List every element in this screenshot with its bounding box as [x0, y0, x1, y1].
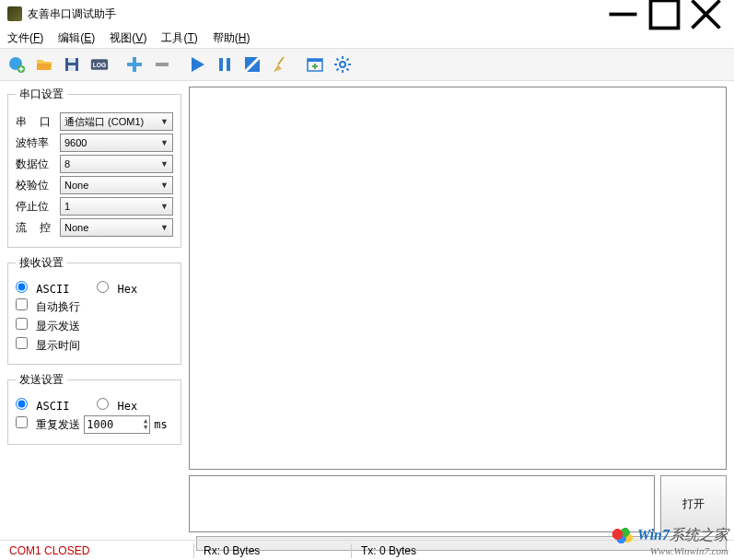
open-port-button[interactable]: 打开 [660, 475, 727, 532]
menu-tools[interactable]: 工具(T) [157, 29, 201, 48]
titlebar: 友善串口调试助手 [0, 0, 734, 28]
svg-rect-15 [156, 63, 169, 66]
svg-line-32 [346, 68, 348, 70]
plus-icon [125, 55, 144, 74]
svg-point-26 [340, 62, 345, 67]
right-panel: 打开 [189, 81, 734, 532]
recv-showsend-check[interactable]: 显示发送 [16, 318, 80, 334]
svg-rect-18 [227, 58, 230, 71]
toolbar-remove[interactable] [149, 52, 175, 77]
toolbar-pause[interactable] [212, 52, 238, 77]
toolbar-save[interactable] [59, 52, 85, 77]
globe-plus-icon [7, 55, 26, 74]
recv-showtime-check[interactable]: 显示时间 [16, 337, 80, 354]
minus-icon [153, 55, 171, 74]
content: 串口设置 串 口 通信端口 (COM1)▼ 波特率 9600▼ 数据位 8▼ 校… [0, 81, 734, 532]
app-icon [7, 6, 22, 21]
broom-icon [271, 55, 289, 74]
label-baud: 波特率 [16, 135, 56, 151]
svg-line-31 [337, 59, 339, 61]
save-icon [63, 55, 81, 74]
play-icon [188, 55, 206, 74]
chevron-down-icon: ▼ [160, 223, 169, 232]
select-parity[interactable]: None▼ [60, 176, 173, 194]
label-port: 串 口 [16, 114, 56, 130]
toolbar-new-window[interactable] [302, 52, 328, 77]
port-settings-legend: 串口设置 [16, 87, 67, 102]
toolbar-add[interactable] [122, 52, 147, 77]
recv-hex-radio[interactable]: Hex [97, 281, 137, 296]
toolbar-new[interactable] [4, 52, 29, 77]
send-settings-legend: 发送设置 [16, 372, 67, 388]
recv-autowrap-check[interactable]: 自动换行 [16, 298, 80, 315]
close-button[interactable] [685, 0, 727, 28]
select-port[interactable]: 通信端口 (COM1)▼ [60, 112, 173, 131]
status-tx: Tx: 0 Bytes [352, 544, 425, 557]
recv-settings-legend: 接收设置 [16, 255, 67, 271]
spinner-arrows-icon: ▲▼ [144, 418, 147, 431]
send-interval-spin[interactable]: 1000 ▲▼ [84, 415, 150, 434]
open-folder-icon [35, 55, 53, 74]
recv-ascii-radio[interactable]: ASCII [16, 281, 69, 296]
label-stopbits: 停止位 [16, 199, 56, 215]
label-parity: 校验位 [16, 178, 56, 193]
minimize-button[interactable] [602, 0, 644, 28]
svg-line-34 [346, 59, 348, 61]
chevron-down-icon: ▼ [160, 202, 169, 211]
chevron-down-icon: ▼ [160, 117, 169, 126]
send-interval-unit: ms [154, 418, 167, 431]
toolbar-clear[interactable] [239, 52, 265, 77]
maximize-button[interactable] [644, 0, 685, 28]
svg-rect-10 [68, 65, 76, 71]
select-baud[interactable]: 9600▼ [60, 134, 173, 152]
chevron-down-icon: ▼ [160, 138, 169, 147]
chevron-down-icon: ▼ [160, 159, 169, 169]
status-rx: Rx: 0 Bytes [194, 544, 351, 557]
select-stopbits[interactable]: 1▼ [60, 197, 173, 216]
menu-file[interactable]: 文件(F) [4, 29, 47, 48]
svg-rect-17 [219, 58, 223, 71]
svg-rect-14 [127, 63, 142, 66]
svg-marker-16 [192, 57, 204, 72]
send-repeat-check[interactable]: 重复发送 [16, 416, 80, 433]
new-window-icon [306, 55, 324, 74]
svg-rect-9 [68, 58, 76, 63]
send-textarea[interactable] [189, 475, 655, 532]
toolbar-play[interactable] [184, 52, 210, 77]
port-settings-group: 串口设置 串 口 通信端口 (COM1)▼ 波特率 9600▼ 数据位 8▼ 校… [7, 87, 181, 248]
menu-help[interactable]: 帮助(H) [209, 29, 254, 48]
receive-textarea[interactable] [189, 87, 727, 470]
chevron-down-icon: ▼ [160, 181, 169, 190]
toolbar: LOG [0, 48, 734, 81]
statusbar: COM1 CLOSED Rx: 0 Bytes Tx: 0 Bytes [0, 540, 734, 560]
svg-line-21 [278, 57, 284, 64]
toolbar-log[interactable]: LOG [87, 52, 112, 77]
gear-icon [333, 55, 352, 74]
select-flow[interactable]: None▼ [60, 218, 173, 237]
svg-line-33 [337, 68, 339, 70]
label-databits: 数据位 [16, 157, 56, 172]
send-hex-radio[interactable]: Hex [97, 398, 137, 413]
send-ascii-radio[interactable]: ASCII [16, 398, 69, 413]
toolbar-broom[interactable] [267, 52, 293, 77]
select-databits[interactable]: 8▼ [60, 155, 173, 173]
toolbar-open[interactable] [31, 52, 57, 77]
label-flow: 流 控 [16, 220, 56, 236]
toolbar-settings[interactable] [330, 52, 355, 77]
send-settings-group: 发送设置 ASCII Hex 重复发送 1000 ▲▼ ms [7, 372, 181, 445]
recv-settings-group: 接收设置 ASCII Hex 自动换行 显示发送 显示时间 [7, 255, 181, 365]
log-icon: LOG [90, 55, 109, 74]
svg-rect-23 [308, 59, 322, 62]
svg-rect-1 [651, 0, 679, 28]
svg-text:LOG: LOG [93, 62, 106, 68]
window-title: 友善串口调试助手 [28, 6, 116, 22]
menu-edit[interactable]: 编辑(E) [54, 29, 99, 48]
menu-view[interactable]: 视图(V) [106, 29, 150, 48]
left-panel: 串口设置 串 口 通信端口 (COM1)▼ 波特率 9600▼ 数据位 8▼ 校… [0, 81, 189, 532]
clear-icon [243, 55, 262, 74]
pause-icon [216, 55, 234, 74]
status-port: COM1 CLOSED [0, 544, 193, 557]
